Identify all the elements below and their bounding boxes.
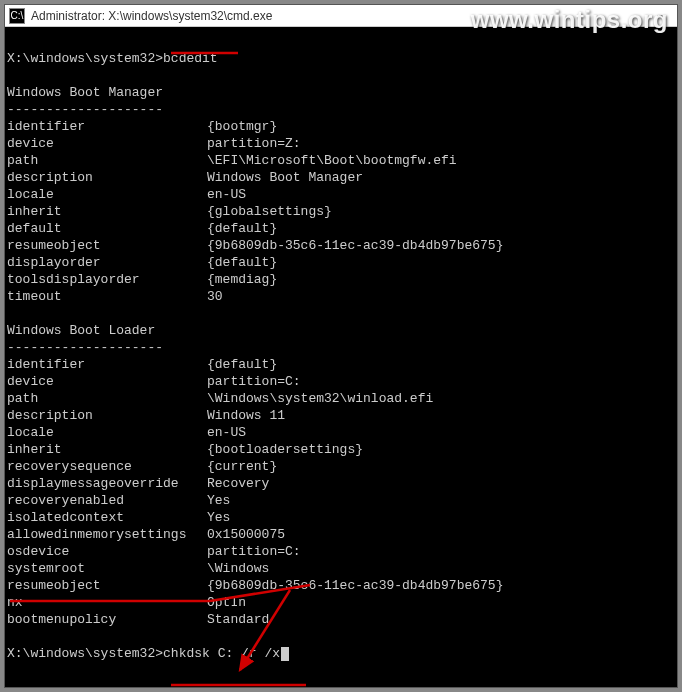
bm-default: default{default} xyxy=(7,221,277,236)
prompt-line-1: X:\windows\system32>bcdedit xyxy=(7,51,218,66)
bm-timeout: timeout30 xyxy=(7,289,223,304)
window-title: Administrator: X:\windows\system32\cmd.e… xyxy=(31,9,272,23)
bl-osdevice: osdevicepartition=C: xyxy=(7,544,301,559)
bm-toolsdisplayorder: toolsdisplayorder{memdiag} xyxy=(7,272,277,287)
section-boot-loader: Windows Boot Loader xyxy=(7,323,155,338)
bm-displayorder: displayorder{default} xyxy=(7,255,277,270)
minimize-button[interactable] xyxy=(645,5,677,26)
bl-locale: localeen-US xyxy=(7,425,246,440)
divider: -------------------- xyxy=(7,102,163,117)
bl-recoveryenabled: recoveryenabledYes xyxy=(7,493,230,508)
bm-inherit: inherit{globalsettings} xyxy=(7,204,332,219)
cmd-window: C:\ Administrator: X:\windows\system32\c… xyxy=(4,4,678,688)
bl-allowedinmemorysettings: allowedinmemorysettings0x15000075 xyxy=(7,527,285,542)
bm-locale: localeen-US xyxy=(7,187,246,202)
bm-device: devicepartition=Z: xyxy=(7,136,301,151)
bl-systemroot: systemroot\Windows xyxy=(7,561,269,576)
titlebar[interactable]: C:\ Administrator: X:\windows\system32\c… xyxy=(5,5,677,27)
divider: -------------------- xyxy=(7,340,163,355)
bl-resumeobject: resumeobject{9b6809db-35c6-11ec-ac39-db4… xyxy=(7,578,503,593)
bl-description: descriptionWindows 11 xyxy=(7,408,285,423)
cmd-icon: C:\ xyxy=(9,8,25,24)
bl-identifier: identifier{default} xyxy=(7,357,277,372)
bl-device: devicepartition=C: xyxy=(7,374,301,389)
bl-inherit: inherit{bootloadersettings} xyxy=(7,442,363,457)
bl-isolatedcontext: isolatedcontextYes xyxy=(7,510,230,525)
bl-displaymessageoverride: displaymessageoverrideRecovery xyxy=(7,476,269,491)
bl-path: path\Windows\system32\winload.efi xyxy=(7,391,433,406)
section-boot-manager: Windows Boot Manager xyxy=(7,85,163,100)
bm-path: path\EFI\Microsoft\Boot\bootmgfw.efi xyxy=(7,153,457,168)
bl-nx: nxOptIn xyxy=(7,595,246,610)
bl-recoverysequence: recoverysequence{current} xyxy=(7,459,277,474)
bm-resumeobject: resumeobject{9b6809db-35c6-11ec-ac39-db4… xyxy=(7,238,503,253)
prompt-line-2: X:\windows\system32>chkdsk C: /r /x xyxy=(7,646,289,661)
bm-description: descriptionWindows Boot Manager xyxy=(7,170,363,185)
bm-identifier: identifier{bootmgr} xyxy=(7,119,277,134)
terminal-output[interactable]: X:\windows\system32>bcdedit Windows Boot… xyxy=(5,27,677,687)
cursor-icon xyxy=(281,647,289,661)
bl-bootmenupolicy: bootmenupolicyStandard xyxy=(7,612,269,627)
